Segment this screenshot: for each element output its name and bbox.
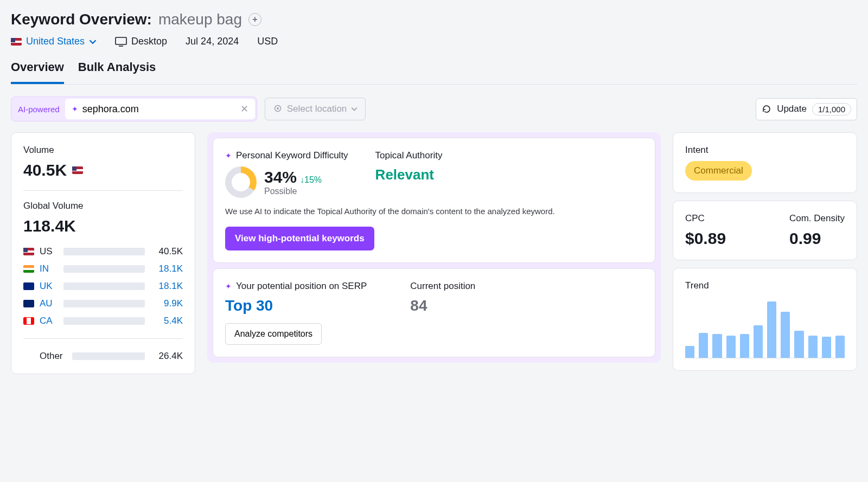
- density-value: 0.99: [789, 229, 845, 248]
- serp-potential-value: Top 30: [225, 297, 367, 314]
- pkd-value: 34%: [264, 168, 297, 186]
- country-row[interactable]: IN18.1K: [23, 264, 183, 274]
- ai-domain-wrapper: AI-powered ✦ ✕: [11, 97, 257, 121]
- sparkle-icon: ✦: [225, 282, 232, 291]
- country-row[interactable]: UK18.1K: [23, 281, 183, 292]
- update-button[interactable]: Update 1/1,000: [756, 98, 857, 120]
- trend-bar: [712, 334, 722, 358]
- svg-rect-0: [116, 37, 126, 44]
- country-row[interactable]: US40.5K: [23, 246, 183, 257]
- sparkle-icon: ✦: [72, 105, 78, 113]
- flag-us-icon: [11, 38, 22, 46]
- trend-card: Trend: [673, 268, 857, 371]
- trend-bar: [767, 301, 776, 358]
- location-pin-icon: [273, 104, 283, 114]
- currency-indicator: USD: [257, 36, 278, 47]
- trend-bar: [808, 336, 818, 358]
- country-code: US: [40, 246, 58, 257]
- intent-label: Intent: [685, 145, 845, 156]
- cpc-value: $0.89: [685, 229, 726, 248]
- refresh-icon: [762, 104, 771, 114]
- volume-bar: [63, 248, 145, 255]
- device-indicator: Desktop: [115, 36, 167, 47]
- keyword-text: makeup bag: [158, 11, 242, 28]
- tabs: Overview Bulk Analysis: [11, 60, 857, 85]
- intent-card: Intent Commercial: [673, 132, 857, 193]
- desktop-icon: [115, 37, 127, 47]
- trend-bar: [835, 336, 845, 358]
- trend-bar: [781, 312, 790, 358]
- country-row-other[interactable]: Other26.4K: [23, 351, 183, 362]
- pkd-label: Personal Keyword Difficulty: [236, 150, 348, 161]
- country-volume: 40.5K: [150, 246, 183, 257]
- topical-authority-label: Topical Authority: [375, 150, 443, 161]
- date-indicator: Jul 24, 2024: [186, 36, 239, 47]
- country-volume: 18.1K: [150, 264, 183, 274]
- ai-powered-badge: AI-powered: [18, 105, 60, 114]
- current-position-value: 84: [410, 297, 475, 314]
- global-volume-value: 118.4K: [23, 217, 183, 235]
- country-volume: 18.1K: [150, 281, 183, 292]
- tab-overview[interactable]: Overview: [11, 60, 64, 84]
- trend-bar: [754, 325, 763, 358]
- view-keywords-button[interactable]: View high-potential keywords: [225, 227, 374, 250]
- flag-ca-icon: [23, 317, 34, 325]
- trend-bar: [699, 333, 708, 358]
- trend-bar: [822, 337, 831, 358]
- sparkle-icon: ✦: [225, 151, 232, 160]
- clear-input-icon[interactable]: ✕: [240, 103, 248, 115]
- svg-point-2: [277, 107, 279, 110]
- cpc-card: CPC $0.89 Com. Density 0.99: [673, 201, 857, 260]
- country-code: UK: [40, 281, 58, 292]
- country-volume: 9.9K: [150, 298, 183, 309]
- volume-value: 40.5K: [23, 161, 67, 179]
- flag-au-icon: [23, 300, 34, 307]
- country-row[interactable]: AU9.9K: [23, 298, 183, 309]
- pkd-sublabel: Possible: [264, 187, 322, 196]
- volume-bar: [63, 317, 145, 325]
- page-title: Keyword Overview:: [11, 11, 152, 28]
- location-selector[interactable]: Select location: [265, 98, 366, 120]
- country-volume: 5.4K: [150, 316, 183, 326]
- trend-label: Trend: [685, 280, 845, 291]
- tab-bulk-analysis[interactable]: Bulk Analysis: [78, 60, 156, 84]
- global-volume-title: Global Volume: [23, 201, 183, 211]
- cpc-label: CPC: [685, 213, 726, 224]
- flag-in-icon: [23, 265, 34, 273]
- serp-potential-label: Your potential position on SERP: [236, 281, 367, 292]
- current-position-label: Current position: [410, 281, 475, 292]
- quota-badge: 1/1,000: [812, 103, 851, 115]
- flag-us-icon: [23, 248, 34, 255]
- volume-title: Volume: [23, 145, 183, 156]
- chevron-down-icon: [89, 38, 97, 46]
- country-code: IN: [40, 264, 58, 274]
- intent-badge: Commercial: [685, 161, 752, 181]
- country-row[interactable]: CA5.4K: [23, 316, 183, 326]
- volume-card: Volume 40.5K Global Volume 118.4K US40.5…: [11, 132, 195, 374]
- trend-bar: [685, 346, 694, 358]
- country-code: CA: [40, 316, 58, 326]
- trend-chart: [685, 299, 845, 358]
- country-label: United States: [26, 36, 85, 47]
- analyze-competitors-button[interactable]: Analyze competitors: [225, 323, 322, 345]
- ai-description: We use AI to indicate the Topical Author…: [225, 205, 643, 217]
- country-code: AU: [40, 298, 58, 309]
- flag-uk-icon: [23, 282, 34, 290]
- pkd-change: ↓15%: [300, 175, 322, 184]
- country-selector[interactable]: United States: [11, 36, 97, 47]
- trend-bar: [740, 334, 749, 358]
- trend-bar: [794, 331, 803, 358]
- volume-bar: [63, 282, 145, 290]
- trend-bar: [726, 336, 736, 358]
- volume-bar: [63, 300, 145, 307]
- add-keyword-button[interactable]: +: [248, 13, 261, 26]
- domain-input[interactable]: [82, 104, 236, 115]
- density-label: Com. Density: [789, 213, 845, 224]
- ai-insights-panel: ✦Personal Keyword Difficulty 34%↓15% Pos…: [207, 132, 661, 363]
- flag-us-icon: [72, 166, 83, 174]
- difficulty-donut-icon: [225, 166, 257, 198]
- chevron-down-icon: [351, 106, 358, 112]
- volume-bar: [63, 265, 145, 273]
- topical-authority-value: Relevant: [375, 166, 443, 183]
